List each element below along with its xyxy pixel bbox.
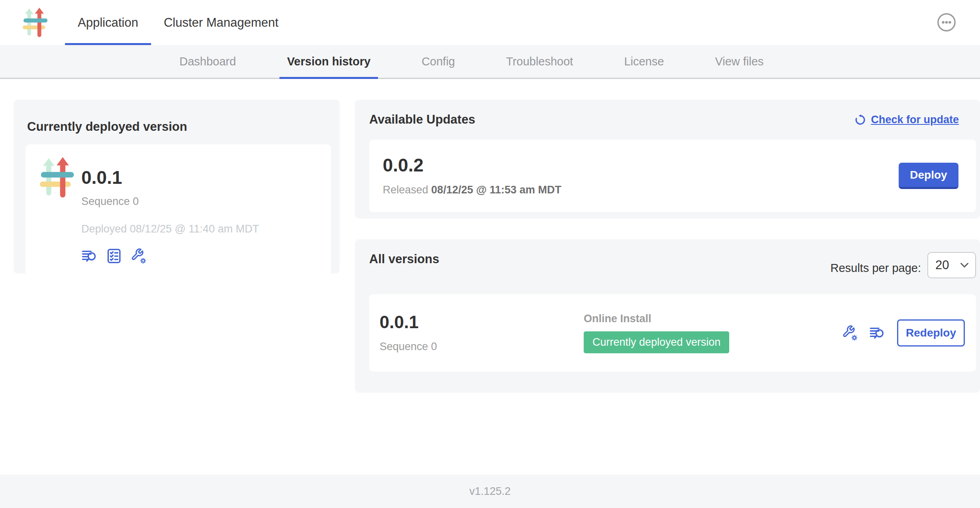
version-row: 0.0.1 Sequence 0 Online Install Currentl… — [369, 294, 976, 372]
tab-troubleshoot-label: Troubleshoot — [506, 55, 573, 68]
tab-cluster-management-label: Cluster Management — [164, 16, 279, 30]
released-timestamp: 08/12/25 @ 11:53 am MDT — [431, 184, 562, 196]
tab-config-label: Config — [421, 55, 455, 68]
row-sequence: Sequence 0 — [380, 341, 584, 353]
top-nav-tabs: Application Cluster Management — [65, 0, 291, 45]
tab-dashboard-label: Dashboard — [179, 55, 236, 68]
tab-license-label: License — [624, 55, 664, 68]
deployed-sequence: Sequence 0 — [81, 195, 259, 208]
deployed-version-actions — [81, 248, 259, 264]
tab-license[interactable]: License — [616, 45, 671, 78]
tab-dashboard[interactable]: Dashboard — [172, 45, 244, 78]
refresh-icon — [854, 114, 866, 126]
released-label: Released — [383, 184, 428, 196]
app-subnav: Dashboard Version history Config Trouble… — [0, 45, 980, 79]
page-footer: v1.125.2 — [0, 475, 980, 508]
console-version: v1.125.2 — [469, 485, 511, 498]
results-per-page-label: Results per page: — [830, 262, 921, 275]
app-logo-arrows-icon — [39, 157, 76, 199]
all-versions-card: All versions Results per page: 20 0.0.1 … — [355, 239, 980, 393]
preflight-checks-icon[interactable] — [106, 248, 122, 264]
tab-application-label: Application — [78, 16, 138, 30]
results-per-page-select[interactable]: 20 — [927, 252, 976, 278]
config-icon[interactable] — [131, 248, 147, 264]
row-version-number: 0.0.1 — [380, 313, 584, 331]
overflow-menu-button[interactable] — [937, 13, 956, 32]
app-logo — [23, 0, 49, 45]
available-update-row: 0.0.2 Released 08/12/25 @ 11:53 am MDT D… — [369, 140, 976, 212]
results-per-page-value: 20 — [935, 258, 949, 272]
release-notes-icon[interactable] — [869, 325, 885, 341]
app-logo — [39, 157, 76, 278]
check-for-update-link[interactable]: Check for update — [854, 114, 959, 126]
main-content: Currently deployed version 0.0.1 Sequenc… — [0, 79, 980, 475]
chevron-down-icon — [960, 262, 969, 268]
tab-cluster-management[interactable]: Cluster Management — [151, 0, 291, 45]
check-for-update-label: Check for update — [871, 114, 959, 126]
tab-config[interactable]: Config — [414, 45, 462, 78]
deployed-version-number: 0.0.1 — [81, 168, 259, 187]
currently-deployed-badge: Currently deployed version — [584, 331, 729, 353]
tab-version-history-label: Version history — [287, 55, 371, 68]
tab-troubleshoot[interactable]: Troubleshoot — [498, 45, 581, 78]
tab-version-history[interactable]: Version history — [279, 45, 378, 78]
update-released-line: Released 08/12/25 @ 11:53 am MDT — [383, 184, 561, 196]
config-icon[interactable] — [842, 325, 858, 341]
currently-deployed-title: Currently deployed version — [27, 120, 331, 134]
currently-deployed-detail: 0.0.1 Sequence 0 Deployed 08/12/25 @ 11:… — [26, 144, 331, 278]
tab-view-files-label: View files — [715, 55, 764, 68]
deploy-button[interactable]: Deploy — [899, 163, 958, 189]
tab-application[interactable]: Application — [65, 0, 151, 45]
update-version-number: 0.0.2 — [383, 156, 561, 174]
top-navbar: Application Cluster Management — [0, 0, 980, 45]
version-row-actions — [842, 325, 885, 341]
available-updates-title: Available Updates — [369, 112, 475, 127]
available-updates-card: Available Updates Check for update 0.0.2… — [355, 100, 980, 219]
tab-view-files[interactable]: View files — [707, 45, 771, 78]
redeploy-button[interactable]: Redeploy — [897, 319, 965, 347]
ellipsis-menu-icon — [937, 13, 956, 32]
release-notes-icon[interactable] — [81, 248, 97, 264]
all-versions-title: All versions — [369, 252, 439, 266]
row-install-type: Online Install — [584, 313, 729, 325]
currently-deployed-card: Currently deployed version 0.0.1 Sequenc… — [14, 100, 340, 274]
app-logo-arrows-icon — [23, 8, 48, 38]
deployed-timestamp: Deployed 08/12/25 @ 11:40 am MDT — [81, 223, 259, 235]
